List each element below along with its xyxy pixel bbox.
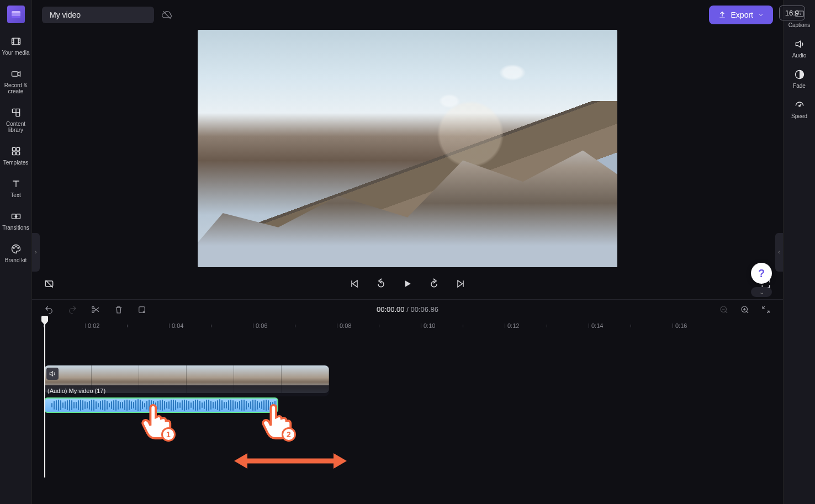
ruler-tick: 0:10 <box>421 319 435 332</box>
ruler-tick-minor <box>379 319 379 332</box>
library-icon <box>10 107 22 119</box>
export-button[interactable]: Export <box>709 6 773 24</box>
annotation-hand-2: 2 <box>261 401 295 441</box>
sidebar-item-label: Templates <box>3 160 29 166</box>
annotation-hand-1: 1 <box>140 401 174 441</box>
stage <box>32 30 783 295</box>
app-logo[interactable] <box>7 6 25 23</box>
svg-rect-3 <box>16 113 20 116</box>
ruler-tick: 0:08 <box>337 319 351 332</box>
sidebar-item-label: Transitions <box>2 225 29 231</box>
speaker-icon <box>793 38 806 50</box>
sidebar-item-audio[interactable]: Audio <box>784 34 815 64</box>
sidebar-item-label: Record & create <box>2 82 30 94</box>
zoom-out-button[interactable] <box>718 304 730 316</box>
transition-icon <box>10 210 22 222</box>
sidebar-item-label: Content library <box>2 121 30 133</box>
sidebar-right: Captions Audio Fade Speed <box>783 0 815 504</box>
ruler-tick: 0:02 <box>85 319 99 332</box>
forward-5s-button[interactable] <box>428 278 440 290</box>
ruler-tick-minor <box>631 319 631 332</box>
mute-clip-button[interactable] <box>46 368 59 380</box>
svg-rect-0 <box>12 38 20 45</box>
svg-rect-4 <box>12 147 15 151</box>
upload-icon <box>718 10 727 19</box>
sidebar-item-label: Speed <box>791 113 807 119</box>
ruler-tick-minor <box>547 319 547 332</box>
text-t-icon <box>10 178 22 190</box>
player-controls <box>32 270 783 297</box>
help-button[interactable]: ? <box>751 263 772 284</box>
ruler-tick: 0:12 <box>505 319 519 332</box>
video-preview[interactable] <box>198 30 617 267</box>
film-icon <box>10 35 22 47</box>
redo-button[interactable] <box>66 304 78 316</box>
project-title-input[interactable] <box>42 7 154 23</box>
sidebar-item-transitions[interactable]: Transitions <box>1 206 31 236</box>
rewind-5s-button[interactable] <box>375 278 387 290</box>
ruler-tick: 0:14 <box>589 319 603 332</box>
timecode-display: 00:00.00 / 00:06.86 <box>377 305 438 314</box>
svg-point-11 <box>15 246 17 247</box>
sidebar-item-text[interactable]: Text <box>1 173 31 204</box>
sidebar-item-label: Captions <box>788 22 810 28</box>
ruler-tick: 0:16 <box>673 319 687 332</box>
sidebar-item-label: Your media <box>2 50 29 56</box>
fade-icon <box>793 68 806 81</box>
sidebar-item-brand-kit[interactable]: Brand kit <box>1 238 31 269</box>
top-bar: Export <box>32 0 783 30</box>
svg-rect-19 <box>139 306 145 312</box>
skip-forward-button[interactable] <box>454 278 467 290</box>
ruler-tick-minor <box>127 319 128 332</box>
svg-point-10 <box>13 248 14 249</box>
grid-icon <box>10 145 22 157</box>
undo-button[interactable] <box>43 304 55 316</box>
collapse-preview-toggle[interactable]: ⌄ <box>751 287 772 297</box>
timecode-total: 00:06.86 <box>410 305 438 314</box>
split-button[interactable] <box>89 304 102 316</box>
help-icon: ? <box>758 267 765 280</box>
annotation-number-1: 1 <box>161 427 176 442</box>
ruler-tick-minor <box>463 319 463 332</box>
play-button[interactable] <box>401 278 414 290</box>
playhead[interactable] <box>44 318 45 478</box>
sidebar-item-templates[interactable]: Templates <box>1 141 31 171</box>
sidebar-item-label: Audio <box>792 52 807 59</box>
svg-point-20 <box>143 311 145 312</box>
annotation-stretch-arrow <box>234 452 347 470</box>
annotation-number-2: 2 <box>282 427 296 442</box>
timeline-toolbar: 00:00.00 / 00:06.86 <box>32 299 783 319</box>
chevron-down-icon <box>758 12 764 18</box>
sidebar-item-label: Fade <box>793 83 806 89</box>
crop-button[interactable] <box>136 304 148 316</box>
timeline-ruler[interactable]: 0:020:040:060:080:100:120:140:16 <box>32 319 783 332</box>
ruler-tick: 0:04 <box>169 319 183 332</box>
toggle-safe-zone-button[interactable] <box>43 278 55 290</box>
cloud-sync-off-icon[interactable] <box>161 9 173 21</box>
delete-button[interactable] <box>113 304 125 316</box>
sidebar-item-your-media[interactable]: Your media <box>1 31 31 61</box>
svg-rect-2 <box>12 109 16 113</box>
sidebar-item-label: Brand kit <box>5 257 27 263</box>
sidebar-item-fade[interactable]: Fade <box>784 64 815 94</box>
svg-point-12 <box>17 248 18 249</box>
sidebar-item-content-library[interactable]: Content library <box>1 102 31 139</box>
export-label: Export <box>731 10 753 19</box>
camera-icon <box>10 68 22 80</box>
svg-point-15 <box>798 105 800 107</box>
palette-icon <box>10 243 22 255</box>
audio-clip-label: (Audio) My video (17) <box>44 385 329 396</box>
skip-back-button[interactable] <box>348 278 361 290</box>
svg-rect-6 <box>12 152 15 155</box>
zoom-in-button[interactable] <box>739 304 751 316</box>
ruler-tick-minor <box>295 319 295 332</box>
svg-rect-5 <box>16 147 19 151</box>
sidebar-item-record-create[interactable]: Record & create <box>1 63 31 100</box>
aspect-ratio-button[interactable]: 16:9 <box>779 6 805 20</box>
sidebar-item-speed[interactable]: Speed <box>784 94 815 125</box>
ruler-tick: 0:06 <box>253 319 267 332</box>
sidebar-item-label: Text <box>10 192 20 198</box>
svg-rect-1 <box>12 72 18 76</box>
speedometer-icon <box>793 99 806 111</box>
fit-timeline-button[interactable] <box>760 304 772 316</box>
